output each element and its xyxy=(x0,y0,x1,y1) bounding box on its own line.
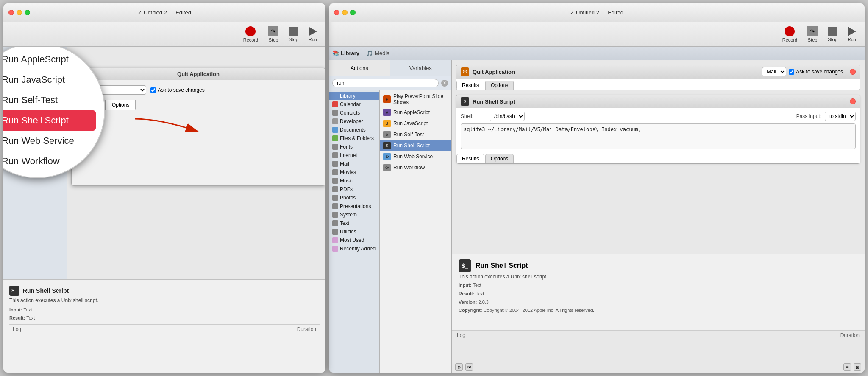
step-button-right[interactable]: ↷ Step xyxy=(807,26,818,42)
tree-item-internet[interactable]: Internet xyxy=(329,151,379,160)
close-button-right[interactable] xyxy=(334,10,339,15)
shellscript-list-icon: $ xyxy=(383,142,391,149)
record-button-right[interactable]: Record xyxy=(782,26,797,42)
action-item-selftest[interactable]: ✕ Run Self-Test xyxy=(380,129,451,140)
tree-item-music[interactable]: Music xyxy=(329,177,379,185)
right-info-meta: Input: Text Result: Text Version: 2.0.3 … xyxy=(459,281,858,315)
log-list-button[interactable]: ≡ xyxy=(843,363,851,371)
tree-item-system[interactable]: System xyxy=(329,210,379,219)
run-button-right[interactable]: Run xyxy=(848,27,856,42)
variables-tab[interactable]: Variables xyxy=(390,60,452,76)
run-icon-left xyxy=(309,27,317,36)
shell-card-close[interactable] xyxy=(850,98,856,104)
tree-item-utilities[interactable]: Utilities xyxy=(329,227,379,236)
right-info-title: $_ Run Shell Script xyxy=(459,259,858,272)
action-item-powerpointslides[interactable]: P Play PowerPoint Slide Shows xyxy=(380,92,451,107)
left-info-desc: This action executes a Unix shell script… xyxy=(9,297,320,303)
ask-save-checkbox[interactable] xyxy=(789,69,794,75)
quit-dialog-body-left: Mail Ask to save changes xyxy=(72,80,325,100)
media-tab[interactable]: 🎵 Media xyxy=(366,50,389,56)
shell-tab-results[interactable]: Results xyxy=(456,154,484,163)
quit-tab-options[interactable]: Options xyxy=(485,81,514,90)
quit-card-tabs: Results Options xyxy=(456,81,860,90)
action-item-webservice[interactable]: ⚙ Run Web Service xyxy=(380,151,451,162)
tree-item-filesfolders[interactable]: Files & Folders xyxy=(329,134,379,143)
ask-save-label-left[interactable]: Ask to save changes xyxy=(150,87,205,93)
library-media-tabs: 📚 Library 🎵 Media xyxy=(329,47,865,60)
minimize-button-left[interactable] xyxy=(17,10,22,15)
tree-item-fonts[interactable]: Fonts xyxy=(329,143,379,151)
actions-tab[interactable]: Actions xyxy=(329,60,390,76)
magnified-item-webservice[interactable]: ⚙ Run Web Service xyxy=(3,131,96,151)
ppt-icon: P xyxy=(383,95,391,103)
tree-item-calendar[interactable]: Calendar xyxy=(329,100,379,109)
action-item-javascript[interactable]: J Run JavaScript xyxy=(380,118,451,129)
right-body: Actions Variables ✕ Library Ca xyxy=(329,60,865,373)
shell-tab-options[interactable]: Options xyxy=(485,154,514,163)
action-item-shellscript[interactable]: $ Run Shell Script xyxy=(380,140,451,151)
arrow-svg xyxy=(126,115,211,140)
search-clear-button[interactable]: ✕ xyxy=(441,80,448,87)
run-button-left[interactable]: Run xyxy=(309,27,317,42)
minimize-button-right[interactable] xyxy=(342,10,348,15)
fullscreen-button-right[interactable] xyxy=(350,10,356,15)
traffic-lights-right xyxy=(334,10,356,15)
tree-item-library[interactable]: Library xyxy=(329,92,379,100)
quit-tab-results[interactable]: Results xyxy=(456,81,484,90)
shell-script-card: $ Run Shell Script Shell: /bin/bash Pass… xyxy=(456,95,860,164)
shell-row: Shell: /bin/bash Pass input: to stdin xyxy=(461,112,856,121)
stop-button-right[interactable]: Stop xyxy=(828,27,837,42)
stop-button-left[interactable]: Stop xyxy=(289,27,298,42)
step-button-left[interactable]: ↷ Step xyxy=(268,26,278,42)
tree-item-pdfs[interactable]: PDFs xyxy=(329,185,379,194)
right-info-icon: $_ xyxy=(459,259,471,272)
quit-app-select[interactable]: Mail xyxy=(762,67,786,76)
shell-script-textarea[interactable]: sqlite3 ~/Library/Mail/V5/MailData/Envel… xyxy=(461,123,856,149)
tree-item-recentlyadded[interactable]: Recently Added xyxy=(329,244,379,253)
log-settings-button[interactable]: ⚙ xyxy=(455,363,463,371)
selftest-list-icon: ✕ xyxy=(383,131,391,138)
log-grid-button[interactable]: ⊞ xyxy=(854,363,861,371)
right-pane-body: Library Calendar Contacts Developer xyxy=(329,90,451,373)
shell-card-body: Shell: /bin/bash Pass input: to stdin sq… xyxy=(456,108,860,152)
left-window-body: Library Calendar Contacts Developer Docu… xyxy=(3,47,326,279)
action-item-applescript[interactable]: A Run AppleScript xyxy=(380,107,451,118)
close-button-left[interactable] xyxy=(8,10,14,15)
shell-select[interactable]: /bin/bash xyxy=(490,112,525,121)
record-icon-left xyxy=(245,26,256,36)
av-tabs: Actions Variables xyxy=(329,60,451,76)
magnified-item-selftest[interactable]: ✕ Run Self-Test xyxy=(3,90,96,110)
left-toolbar: Record ↷ Step Stop Run xyxy=(3,22,326,47)
quit-card-close[interactable] xyxy=(850,69,856,75)
fullscreen-button-left[interactable] xyxy=(25,10,30,15)
tree-item-text[interactable]: Text xyxy=(329,219,379,227)
javascript-list-icon: J xyxy=(383,120,391,127)
tree-item-photos[interactable]: Photos xyxy=(329,194,379,202)
library-tab[interactable]: 📚 Library xyxy=(332,50,359,56)
log-mail-button[interactable]: ✉ xyxy=(465,363,473,371)
action-item-workflow[interactable]: ⟳ Run Workflow xyxy=(380,162,451,173)
webservice-list-icon: ⚙ xyxy=(383,153,391,160)
tree-item-contacts[interactable]: Contacts xyxy=(329,109,379,117)
dialog-tab-options-left[interactable]: Options xyxy=(106,100,136,110)
search-input[interactable] xyxy=(332,79,439,87)
tree-item-mail[interactable]: Mail xyxy=(329,160,379,168)
right-info-panel: $_ Run Shell Script This action executes… xyxy=(452,254,865,330)
quit-application-card: ✉ Quit Application Mail Ask to save chan… xyxy=(456,65,860,90)
magnified-item-shellscript[interactable]: $ Run Shell Script xyxy=(3,110,96,131)
left-main-area: Quit Application Mail Ask to save change… xyxy=(67,47,326,279)
tree-item-developer[interactable]: Developer xyxy=(329,117,379,126)
magnified-item-javascript[interactable]: JS Run JavaScript xyxy=(3,70,96,90)
record-icon-right xyxy=(785,26,795,36)
left-window-title: ✓ Untitled 2 — Edited xyxy=(138,9,191,16)
quit-card-header: ✉ Quit Application Mail Ask to save chan… xyxy=(456,65,860,79)
ask-save-checkbox-left[interactable] xyxy=(150,87,156,93)
actions-list: P Play PowerPoint Slide Shows A Run Appl… xyxy=(380,90,451,373)
tree-item-documents[interactable]: Documents xyxy=(329,126,379,134)
record-button-left[interactable]: Record xyxy=(243,26,258,42)
tree-item-mostused[interactable]: Most Used xyxy=(329,236,379,244)
pass-input-select[interactable]: to stdin xyxy=(825,112,856,121)
step-icon-right: ↷ xyxy=(807,26,818,36)
tree-item-presentations[interactable]: Presentations xyxy=(329,202,379,210)
tree-item-movies[interactable]: Movies xyxy=(329,168,379,177)
